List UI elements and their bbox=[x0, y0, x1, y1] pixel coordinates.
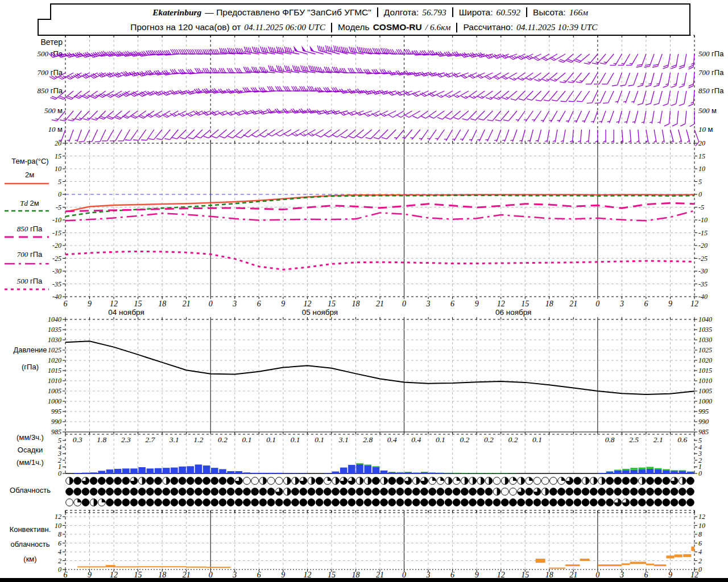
svg-text:5: 5 bbox=[698, 178, 702, 186]
conv-label-line2: облачность bbox=[0, 540, 60, 548]
meteogram-page: Ekaterinburg — Предоставлено ФГБУ "ЗапСи… bbox=[0, 0, 728, 582]
svg-text:12: 12 bbox=[698, 513, 705, 521]
svg-text:9: 9 bbox=[475, 300, 479, 308]
svg-text:21: 21 bbox=[376, 300, 384, 308]
svg-text:0.1: 0.1 bbox=[291, 435, 300, 444]
longitude-label: Долгота: bbox=[384, 7, 419, 18]
svg-text:995: 995 bbox=[698, 408, 709, 415]
header-separator-icon bbox=[377, 7, 378, 17]
svg-text:3: 3 bbox=[232, 571, 237, 579]
svg-text:10: 10 bbox=[55, 165, 61, 173]
wind-barbs-layer bbox=[49, 45, 699, 146]
svg-text:21: 21 bbox=[376, 571, 384, 579]
temp-panel-title: Тем-ра(°C) bbox=[0, 157, 60, 165]
svg-text:21: 21 bbox=[569, 300, 577, 308]
svg-text:18: 18 bbox=[158, 300, 166, 308]
svg-text:0: 0 bbox=[209, 300, 213, 308]
header-separator-icon bbox=[452, 7, 453, 17]
svg-text:700 гПа: 700 гПа bbox=[17, 250, 43, 259]
svg-text:6: 6 bbox=[257, 300, 261, 308]
svg-text:15: 15 bbox=[521, 571, 529, 579]
wind-barbs-10м bbox=[59, 130, 698, 146]
altitude-value: 166м bbox=[569, 7, 588, 18]
conv-label-line1: Конвективн. bbox=[0, 525, 60, 534]
header-line-2: Прогноз на 120 часа(ов) от 04.11.2025 06… bbox=[38, 19, 690, 36]
svg-text:Td 2м: Td 2м bbox=[20, 199, 39, 207]
conv-panel bbox=[65, 510, 694, 572]
svg-text:15: 15 bbox=[328, 571, 336, 579]
svg-text:0: 0 bbox=[209, 571, 213, 579]
svg-text:9: 9 bbox=[281, 571, 285, 579]
svg-text:0.4: 0.4 bbox=[387, 435, 397, 444]
precip-1h-bars bbox=[74, 463, 694, 473]
svg-text:-25: -25 bbox=[52, 255, 61, 263]
svg-text:1010: 1010 bbox=[48, 377, 61, 385]
svg-text:0.2: 0.2 bbox=[460, 435, 469, 444]
svg-text:3: 3 bbox=[426, 571, 431, 579]
svg-text:995: 995 bbox=[51, 408, 61, 415]
altitude-label: Высота: bbox=[533, 7, 566, 18]
svg-text:20: 20 bbox=[698, 139, 705, 147]
calc-time: 04.11.2025 10:39 UTC bbox=[516, 22, 598, 32]
cloud-row-2 bbox=[66, 488, 694, 496]
model-label: Модель bbox=[338, 22, 370, 32]
svg-text:6: 6 bbox=[644, 571, 648, 579]
svg-text:500 м: 500 м bbox=[44, 106, 63, 115]
svg-text:2.8: 2.8 bbox=[363, 435, 373, 444]
svg-text:1.8: 1.8 bbox=[97, 435, 106, 444]
temp-series-700гПа bbox=[65, 211, 694, 221]
svg-text:15: 15 bbox=[134, 300, 142, 308]
temp-panel bbox=[65, 141, 694, 299]
svg-text:0.2: 0.2 bbox=[508, 435, 518, 444]
svg-text:9: 9 bbox=[668, 300, 672, 308]
svg-text:-20: -20 bbox=[698, 242, 708, 250]
svg-text:-35: -35 bbox=[698, 280, 708, 288]
svg-text:9: 9 bbox=[281, 300, 285, 308]
svg-text:1040: 1040 bbox=[698, 315, 712, 323]
svg-text:1005: 1005 bbox=[48, 387, 61, 395]
wind-barbs-500м bbox=[52, 109, 694, 127]
svg-text:1035: 1035 bbox=[48, 326, 61, 334]
svg-text:1000: 1000 bbox=[698, 397, 712, 405]
svg-text:2.1: 2.1 bbox=[653, 435, 663, 444]
svg-text:15: 15 bbox=[521, 300, 529, 308]
svg-text:0: 0 bbox=[58, 190, 61, 198]
temp-legend: 2мTd 2м850 гПа700 гПа500 гПа bbox=[5, 171, 49, 289]
longitude-value: 56.793 bbox=[422, 7, 446, 18]
svg-text:3: 3 bbox=[426, 300, 431, 308]
svg-text:3: 3 bbox=[619, 571, 624, 579]
svg-text:4: 4 bbox=[698, 548, 702, 556]
wind-panel: 500 гПа500 гПа700 гПа700 гПа850 гПа850 г… bbox=[38, 35, 725, 143]
svg-text:-40: -40 bbox=[698, 293, 708, 301]
svg-text:0.8: 0.8 bbox=[605, 435, 615, 444]
svg-text:0.1: 0.1 bbox=[266, 435, 276, 444]
svg-text:5: 5 bbox=[58, 178, 61, 186]
svg-text:05 ноября: 05 ноября bbox=[302, 308, 338, 317]
svg-text:990: 990 bbox=[698, 418, 709, 426]
svg-text:0.1: 0.1 bbox=[436, 435, 445, 444]
wind-panel-title: Ветер bbox=[0, 38, 63, 47]
svg-text:6: 6 bbox=[644, 300, 648, 308]
svg-text:0.1: 0.1 bbox=[315, 435, 324, 444]
svg-text:2м: 2м bbox=[25, 171, 34, 179]
precip-panel bbox=[65, 432, 694, 473]
svg-text:0.4: 0.4 bbox=[411, 435, 421, 444]
svg-text:0: 0 bbox=[402, 300, 406, 308]
svg-text:0.2: 0.2 bbox=[484, 435, 494, 444]
svg-text:850 гПа: 850 гПа bbox=[17, 225, 43, 233]
svg-text:-35: -35 bbox=[52, 280, 61, 288]
svg-text:8: 8 bbox=[698, 530, 702, 538]
svg-text:1000: 1000 bbox=[48, 397, 61, 405]
svg-text:1030: 1030 bbox=[698, 336, 712, 344]
svg-text:-10: -10 bbox=[698, 216, 708, 224]
svg-text:15: 15 bbox=[698, 152, 705, 160]
svg-text:6: 6 bbox=[450, 300, 454, 308]
svg-text:-15: -15 bbox=[698, 229, 708, 237]
svg-text:12: 12 bbox=[303, 300, 311, 308]
svg-text:3.1: 3.1 bbox=[169, 435, 179, 444]
svg-text:18: 18 bbox=[351, 571, 359, 579]
time-axis-labels: 6912151821036912151821036912151821036912… bbox=[64, 300, 699, 317]
svg-text:12: 12 bbox=[55, 513, 61, 521]
svg-text:10 м: 10 м bbox=[698, 125, 713, 134]
svg-text:2.7: 2.7 bbox=[145, 435, 155, 444]
